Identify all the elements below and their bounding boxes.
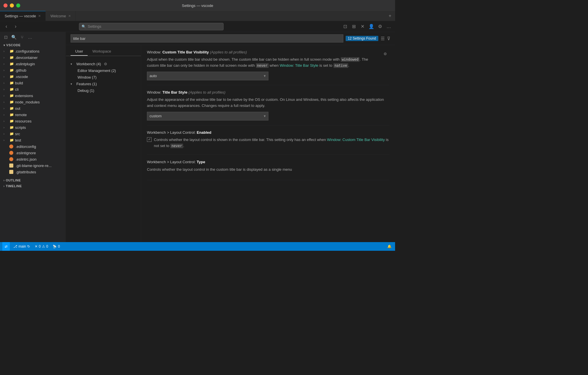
settings-gear-button[interactable]: ⚙ (376, 23, 384, 31)
settings-search-input[interactable] (71, 34, 343, 42)
chevron-right-icon: › (3, 88, 8, 91)
settings-gear-icon: ⚙ (104, 62, 107, 66)
item-label: node_modules (15, 100, 66, 104)
sidebar-explorer-icon[interactable]: ⊡ (2, 34, 9, 41)
setting-select-style[interactable]: custom ▾ (147, 112, 268, 120)
sidebar-item-gitattributes[interactable]: › .gitattributes (0, 169, 66, 175)
status-errors[interactable]: ✕ 0 ⚠ 0 (34, 242, 49, 251)
setting-custom-title-bar-visibility: Window: Custom Title Bar Visibility (App… (147, 45, 389, 85)
sidebar-item-configurations[interactable]: › 📁 .configurations (0, 48, 66, 54)
nav-window[interactable]: Window (7) (66, 74, 141, 81)
folder-icon: 📁 (9, 100, 14, 104)
chevron-right-icon: › (3, 62, 8, 66)
tab-settings[interactable]: Settings — vscode ✕ (0, 11, 46, 21)
folder-icon: 📁 (9, 55, 14, 60)
chevron-down-icon: ▾ (264, 114, 266, 118)
tab-user[interactable]: User (71, 47, 88, 56)
tab-settings-close[interactable]: ✕ (38, 14, 41, 18)
nav-features[interactable]: ▾ Features (1) (66, 81, 141, 87)
section-title: VSCODE (6, 43, 21, 47)
sidebar-item-node-modules[interactable]: › 📁 node_modules (0, 99, 66, 105)
more-icon: … (386, 24, 391, 29)
sidebar-item-eslintrc[interactable]: › .eslintrc.json (0, 156, 66, 162)
close-editors-button[interactable]: ✕ (359, 23, 367, 31)
tab-workspace[interactable]: Workspace (88, 47, 116, 56)
more-actions-button[interactable]: … (385, 23, 393, 31)
file-square-icon (9, 170, 13, 174)
file-dot-icon (9, 144, 13, 148)
outline-label: OUTLINE (6, 179, 21, 182)
sidebar-item-extensions[interactable]: › 📁 extensions (0, 92, 66, 99)
global-search-bar[interactable]: 🔍 Settings (79, 23, 224, 30)
sidebar-search-icon[interactable]: 🔍 (10, 34, 17, 41)
sidebar-item-remote[interactable]: › 📁 remote (0, 112, 66, 118)
nav-debug[interactable]: Debug (1) (66, 87, 141, 94)
item-label: .gitattributes (16, 170, 66, 174)
back-button[interactable]: ‹ (2, 23, 10, 31)
sidebar-item-eslintplugin[interactable]: › 📁 .eslintplugin (0, 61, 66, 67)
item-label: src (15, 132, 66, 136)
tab-settings-label: Settings — vscode (5, 14, 36, 18)
sidebar-source-control-icon[interactable]: ⑂ (19, 34, 25, 41)
sidebar-item-build[interactable]: › 📁 build (0, 80, 66, 86)
sidebar-item-editorconfig[interactable]: › .editorconfig (0, 143, 66, 150)
tab-welcome[interactable]: Welcome ✕ (46, 11, 76, 21)
checkbox-enabled[interactable] (147, 137, 152, 142)
nav-workbench[interactable]: ▾ Workbench (4) ⚙ (66, 61, 141, 67)
minimize-button[interactable] (10, 3, 14, 8)
folder-icon: 📁 (9, 138, 14, 142)
account-icon: 👤 (368, 24, 374, 29)
account-button[interactable]: 👤 (367, 23, 375, 31)
toggle-panel-button[interactable]: ⊞ (350, 23, 358, 31)
section-chevron-icon: ▾ (3, 44, 5, 47)
chevron-right-icon: › (3, 126, 8, 129)
toggle-sidebar-button[interactable]: ⊡ (341, 23, 349, 31)
sidebar-item-src[interactable]: › 📁 src (0, 131, 66, 137)
new-tab-button[interactable]: + (385, 11, 395, 21)
content-area: 12 Settings Found ☰ ⊽ User Workspace (66, 32, 395, 242)
chevron-right-icon: › (3, 69, 8, 72)
sidebar-item-scripts[interactable]: › 📁 scripts (0, 124, 66, 131)
back-icon: ‹ (5, 23, 7, 29)
close-button[interactable] (3, 3, 8, 8)
filter-icon[interactable]: ☰ (381, 36, 385, 41)
sidebar-item-out[interactable]: › 📁 out (0, 105, 66, 112)
tab-welcome-close[interactable]: ✕ (68, 14, 71, 18)
maximize-button[interactable] (16, 3, 20, 8)
status-broadcast[interactable]: 📡 0 (51, 242, 61, 251)
sidebar-item-devcontainer[interactable]: › 📁 .devcontainer (0, 54, 66, 61)
item-label: remote (15, 113, 66, 117)
folder-icon: 📁 (9, 49, 14, 53)
status-remote-icon[interactable]: ⇄ (2, 242, 10, 251)
setting-gear-button-1[interactable]: ⚙ (381, 50, 389, 58)
item-label: .eslintignore (16, 151, 66, 155)
vscode-section-header[interactable]: ▾ VSCODE (0, 42, 66, 48)
nav-editor-management[interactable]: Editor Management (2) (66, 67, 141, 74)
sidebar-item-test[interactable]: › 📁 test (0, 137, 66, 143)
chevron-right-icon: › (3, 81, 8, 85)
folder-icon: 📁 (9, 113, 14, 117)
file-square-icon (9, 164, 13, 168)
filter-funnel-icon[interactable]: ⊽ (387, 36, 390, 41)
sidebar-item-eslintignore[interactable]: › .eslintignore (0, 150, 66, 156)
tab-user-label: User (75, 49, 83, 53)
forward-button[interactable]: › (12, 23, 20, 31)
item-label: cli (15, 87, 66, 92)
status-branch[interactable]: ⎇ main ↻ (12, 242, 31, 251)
setting-title-2: Window: Title Bar Style (Applies to all … (147, 90, 389, 95)
settings-body: User Workspace ▾ Workbench (4) ⚙ Editor … (66, 45, 395, 242)
setting-select-visibility[interactable]: auto ▾ (147, 72, 268, 80)
timeline-section-header[interactable]: › TIMELINE (0, 183, 66, 189)
outline-section-header[interactable]: › OUTLINE (0, 177, 66, 183)
sidebar-item-cli[interactable]: › 📁 cli (0, 86, 66, 92)
sidebar-item-git-blame[interactable]: › .git-blame-ignore-re... (0, 162, 66, 169)
sidebar-more-icon[interactable]: … (27, 34, 34, 41)
panel-icon: ⊞ (352, 24, 356, 29)
chevron-right-icon: › (3, 179, 5, 182)
status-bell[interactable]: 🔔 (386, 244, 393, 248)
folder-icon: 📁 (9, 75, 14, 79)
sidebar-icon: ⊡ (343, 24, 347, 29)
sidebar-item-vscode[interactable]: › 📁 .vscode (0, 73, 66, 80)
sidebar-item-resources[interactable]: › 📁 resources (0, 118, 66, 124)
sidebar-item-github[interactable]: › 📁 .github (0, 67, 66, 73)
